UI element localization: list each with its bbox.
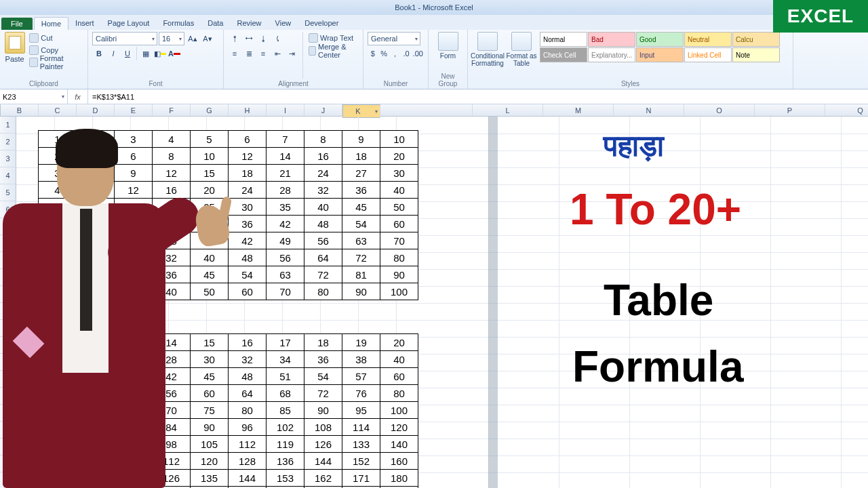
- cell[interactable]: 85: [267, 402, 304, 419]
- cell[interactable]: 49: [267, 232, 304, 249]
- format-as-table-button[interactable]: Format as Table: [506, 32, 537, 79]
- align-left-button[interactable]: ≡: [228, 47, 241, 60]
- cell[interactable]: 114: [342, 419, 380, 436]
- cell[interactable]: 60: [229, 283, 267, 300]
- cell[interactable]: 153: [267, 470, 304, 487]
- cell[interactable]: 18: [304, 334, 342, 351]
- cell[interactable]: 42: [267, 216, 304, 232]
- cell[interactable]: 15: [191, 334, 229, 351]
- cell[interactable]: 48: [229, 249, 267, 266]
- cell[interactable]: 9: [342, 131, 380, 148]
- cell[interactable]: 20: [380, 148, 418, 165]
- cell[interactable]: 120: [191, 453, 229, 470]
- conditional-formatting-button[interactable]: Conditional Formatting: [472, 32, 503, 79]
- cell[interactable]: 72: [304, 385, 342, 402]
- cell[interactable]: 64: [304, 249, 342, 266]
- cell-styles-gallery[interactable]: NormalBadGoodNeutralCalcuCheck CellExpla…: [540, 32, 780, 79]
- cell-style-bad[interactable]: Bad: [588, 32, 635, 47]
- cell[interactable]: 17: [267, 334, 304, 351]
- accounting-format-button[interactable]: $: [368, 47, 378, 60]
- italic-button[interactable]: I: [106, 47, 120, 60]
- cell[interactable]: 24: [304, 165, 342, 182]
- name-box[interactable]: K23: [0, 89, 68, 104]
- cell[interactable]: 12: [229, 148, 267, 165]
- cell[interactable]: 108: [304, 419, 342, 436]
- merge-center-button[interactable]: Merge & Center: [307, 45, 359, 56]
- cell[interactable]: 28: [267, 182, 304, 199]
- cell[interactable]: 75: [191, 402, 229, 419]
- cell[interactable]: 64: [229, 385, 267, 402]
- cell[interactable]: 90: [380, 266, 418, 283]
- cell[interactable]: 180: [380, 470, 418, 487]
- cell[interactable]: 18: [342, 148, 380, 165]
- cell[interactable]: 76: [342, 385, 380, 402]
- cell[interactable]: 8: [304, 131, 342, 148]
- cell[interactable]: 171: [342, 470, 380, 487]
- cell[interactable]: 50: [380, 199, 418, 216]
- cell[interactable]: 18: [229, 165, 267, 182]
- cell[interactable]: 36: [342, 182, 380, 199]
- cell[interactable]: 15: [191, 165, 229, 182]
- cell[interactable]: 30: [191, 351, 229, 368]
- cell-style-input[interactable]: Input: [636, 47, 684, 62]
- cell[interactable]: 30: [229, 199, 267, 216]
- cell[interactable]: 81: [342, 266, 380, 283]
- cell[interactable]: 70: [267, 283, 304, 300]
- cell-style-checkcell[interactable]: Check Cell: [540, 47, 587, 62]
- cell[interactable]: 34: [267, 351, 304, 368]
- cell[interactable]: 144: [304, 453, 342, 470]
- cell[interactable]: 63: [267, 266, 304, 283]
- cell[interactable]: 54: [304, 368, 342, 385]
- cell[interactable]: 57: [342, 368, 380, 385]
- col-header-J[interactable]: J: [304, 104, 342, 116]
- font-size-select[interactable]: 16: [159, 32, 184, 45]
- form-button[interactable]: Form: [433, 32, 463, 71]
- decrease-indent-button[interactable]: ⇤: [271, 47, 284, 60]
- cell[interactable]: 105: [191, 436, 229, 453]
- col-header-P[interactable]: P: [755, 104, 825, 116]
- increase-decimal-button[interactable]: .0: [401, 47, 411, 60]
- paste-button[interactable]: Paste: [4, 32, 25, 79]
- tab-insert[interactable]: Insert: [68, 17, 101, 30]
- cell[interactable]: 119: [267, 436, 304, 453]
- cell-style-explanatory[interactable]: Explanatory...: [588, 47, 635, 62]
- tab-view[interactable]: View: [269, 17, 298, 30]
- cell[interactable]: 102: [267, 419, 304, 436]
- fill-color-button[interactable]: ◧: [153, 47, 167, 60]
- col-header-E[interactable]: E: [115, 104, 153, 116]
- cell[interactable]: 54: [342, 216, 380, 232]
- align-right-button[interactable]: ≡: [256, 47, 270, 60]
- col-header-Q[interactable]: Q: [825, 104, 868, 116]
- cell[interactable]: 24: [229, 182, 267, 199]
- increase-indent-button[interactable]: ⇥: [285, 47, 298, 60]
- bold-button[interactable]: B: [92, 47, 106, 60]
- col-header-H[interactable]: H: [229, 104, 267, 116]
- cell[interactable]: 63: [342, 232, 380, 249]
- cell[interactable]: 72: [342, 249, 380, 266]
- cell[interactable]: 135: [191, 470, 229, 487]
- tab-formulas[interactable]: Formulas: [156, 17, 201, 30]
- cell[interactable]: 160: [380, 453, 418, 470]
- percent-button[interactable]: %: [378, 47, 389, 60]
- cell[interactable]: 20: [380, 334, 418, 351]
- formula-input[interactable]: =K$13*$A11: [88, 89, 868, 104]
- cell[interactable]: 51: [267, 368, 304, 385]
- cell[interactable]: 10: [191, 148, 229, 165]
- file-tab[interactable]: File: [1, 18, 33, 30]
- cell[interactable]: 70: [380, 232, 418, 249]
- orientation-button[interactable]: ⤹: [271, 32, 284, 45]
- format-painter-button[interactable]: Format Painter: [28, 56, 83, 68]
- cell[interactable]: 36: [229, 216, 267, 232]
- cell[interactable]: 7: [267, 131, 304, 148]
- cell[interactable]: 40: [304, 199, 342, 216]
- shrink-font-button[interactable]: A▾: [201, 32, 214, 45]
- fx-button[interactable]: fx: [68, 89, 88, 104]
- cell[interactable]: 80: [380, 385, 418, 402]
- col-header-I[interactable]: I: [267, 104, 304, 116]
- cell[interactable]: 45: [191, 266, 229, 283]
- cell[interactable]: 10: [380, 131, 418, 148]
- cell[interactable]: 50: [191, 283, 229, 300]
- cell[interactable]: 32: [229, 351, 267, 368]
- cell[interactable]: 32: [304, 182, 342, 199]
- col-header-B[interactable]: B: [1, 104, 39, 116]
